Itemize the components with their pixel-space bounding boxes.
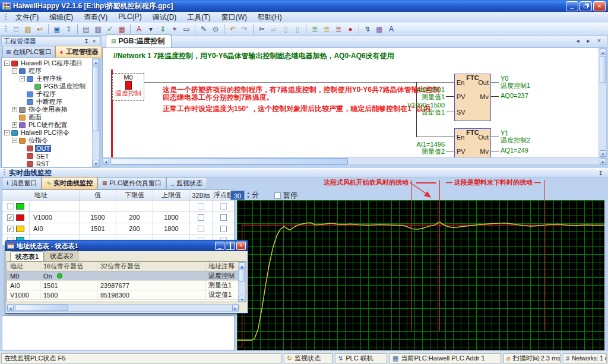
minimize-button[interactable]: _ bbox=[566, 1, 578, 11]
tree-item-out[interactable]: OUT bbox=[2, 144, 100, 152]
tab-close-icon[interactable]: × bbox=[595, 37, 603, 44]
curve-table-row[interactable]: ✓AI015012001800 bbox=[2, 223, 234, 235]
tab-prev-icon[interactable]: ◂ bbox=[574, 37, 582, 44]
font-icon[interactable]: A bbox=[386, 24, 397, 34]
editor-canvas[interactable]: //Network 1 7路温度控制，用Y0-Y6晶体管输出控制固态继电器加热，… bbox=[102, 48, 598, 157]
redo-icon[interactable]: ↷ bbox=[239, 24, 250, 34]
tab-online-plc-window[interactable]: ▦ 在线PLC窗口 bbox=[2, 46, 55, 58]
tab-status-table-1[interactable]: 状态表1 bbox=[10, 251, 44, 262]
interval-stepper[interactable]: ▲▼ bbox=[246, 191, 250, 200]
paste-icon[interactable]: ▯ bbox=[280, 24, 291, 34]
insert-network-icon[interactable]: ≣ bbox=[309, 24, 320, 34]
status-max-button[interactable] bbox=[226, 242, 235, 250]
hardware-config-icon[interactable]: ▩ bbox=[374, 24, 385, 34]
plc-tools-icon[interactable]: ✦ bbox=[169, 24, 180, 34]
menu-item-7[interactable]: 帮助(H) bbox=[252, 12, 287, 23]
tree-item-rst[interactable]: RST bbox=[2, 160, 100, 167]
tab-monitor-status[interactable]: _ 监视状态 bbox=[166, 177, 207, 189]
curve-row-float-checkbox[interactable] bbox=[220, 214, 227, 221]
curve-row-checkbox[interactable]: ✓ bbox=[7, 226, 14, 232]
monitor-window-icon[interactable]: ▭ bbox=[181, 24, 192, 34]
menu-item-3[interactable]: PLC(P) bbox=[113, 12, 147, 23]
menu-item-5[interactable]: 工具(T) bbox=[182, 12, 216, 23]
download-plc-icon[interactable]: ⇓ bbox=[157, 24, 168, 34]
close-button[interactable]: × bbox=[593, 1, 606, 11]
page-check-icon[interactable]: ✓ bbox=[104, 24, 115, 34]
curve-row-float-checkbox[interactable] bbox=[220, 226, 227, 232]
tree-expander-icon[interactable]: + bbox=[12, 122, 17, 128]
tab-realtime-curve[interactable]: ∿ 实时曲线监控 bbox=[42, 177, 97, 189]
brand-haiwell-icon[interactable]: A bbox=[134, 24, 144, 34]
status-table-row[interactable]: M0On温度控制 bbox=[7, 271, 246, 281]
status-table-hscrollbar[interactable]: ◂ ▸ bbox=[7, 304, 239, 312]
menu-item-4[interactable]: 调试(D) bbox=[147, 12, 182, 23]
print-icon[interactable]: ▥ bbox=[93, 24, 103, 34]
menu-item-0[interactable]: 文件(F) bbox=[10, 12, 44, 23]
status-close-button[interactable]: × bbox=[236, 242, 246, 250]
stop-icon[interactable]: ● bbox=[345, 24, 356, 34]
tree-item-haiwell-plc-[interactable]: −Haiwell PLC程序项目 bbox=[2, 59, 100, 67]
tree-item-haiwell-plc-[interactable]: −Haiwell PLC指令 bbox=[2, 129, 100, 137]
contact-m0[interactable]: M0 温度控制 bbox=[112, 73, 144, 101]
tree-expander-icon[interactable]: − bbox=[12, 138, 17, 143]
delete-network-icon[interactable]: ≣ bbox=[333, 24, 344, 34]
status-table-vscrollbar[interactable]: ▴ ▾ bbox=[238, 262, 246, 302]
page-setup-icon[interactable]: ▤ bbox=[81, 24, 91, 34]
curve-row-32bits-checkbox[interactable] bbox=[198, 226, 204, 232]
tree-item--[interactable]: −位指令 bbox=[2, 137, 100, 144]
save-icon[interactable]: ▣ bbox=[52, 24, 62, 34]
interval-input[interactable]: 30 bbox=[230, 191, 245, 200]
tab-status-table-2[interactable]: 状态表2 bbox=[45, 251, 78, 261]
new-file-icon[interactable]: □ bbox=[11, 24, 21, 34]
curve-row-checkbox[interactable]: ✓ bbox=[7, 214, 14, 221]
status-table-row[interactable]: AI0150123987677测量值1 bbox=[7, 281, 246, 290]
tab-plc-simulation[interactable]: ▦ PLC硬件仿真窗口 bbox=[97, 177, 166, 189]
append-network-icon[interactable]: ≣ bbox=[321, 24, 332, 34]
pause-checkbox[interactable] bbox=[274, 192, 281, 199]
paste-all-icon[interactable]: ▯ bbox=[292, 24, 303, 34]
menu-item-1[interactable]: 编辑(E) bbox=[44, 12, 78, 23]
tree-item-set[interactable]: SET bbox=[2, 152, 100, 160]
editor-vscrollbar[interactable]: ▴ ▾ bbox=[598, 48, 607, 157]
status-table-row[interactable]: V1000150085198300设定值1 bbox=[7, 290, 246, 300]
copy-icon[interactable]: ▱ bbox=[268, 24, 279, 34]
cut-icon[interactable]: ✂ bbox=[256, 24, 267, 34]
tree-scrollbar[interactable]: ▴ ▾ bbox=[92, 58, 100, 167]
tree-expander-icon[interactable]: − bbox=[12, 68, 17, 74]
panel-close-icon[interactable]: × bbox=[90, 38, 98, 45]
menu-item-6[interactable]: 窗口(W) bbox=[216, 12, 252, 23]
editor-hscrollbar[interactable]: ◂ ▸ bbox=[102, 157, 607, 165]
tree-expander-icon[interactable]: + bbox=[12, 107, 17, 112]
curve-row-32bits-checkbox[interactable] bbox=[198, 214, 204, 221]
panel-pin-icon[interactable]: ↧ bbox=[83, 38, 90, 45]
restore-button[interactable] bbox=[580, 1, 592, 11]
undo-icon[interactable]: ↶ bbox=[227, 24, 238, 34]
editor-tab-pgb[interactable]: ▤ PGB:温度控制 bbox=[106, 34, 172, 48]
tab-message-window[interactable]: ℹ 消息窗口 bbox=[2, 177, 42, 189]
brand-dropdown-icon[interactable]: ▾ bbox=[145, 24, 156, 34]
tab-project-manager[interactable]: ▲ 工程管理器 bbox=[55, 46, 102, 58]
curve-panel-pin-icon[interactable]: ↧ bbox=[598, 170, 603, 176]
curve-row-float-checkbox[interactable] bbox=[220, 203, 227, 210]
report-icon[interactable]: ▦ bbox=[116, 24, 127, 34]
tree-expander-icon[interactable]: − bbox=[4, 130, 10, 135]
status-window-titlebar[interactable]: 地址状态表 - 状态表1 _ × bbox=[5, 240, 248, 251]
find-icon[interactable]: ⊙ bbox=[210, 24, 221, 34]
tree-expander-icon[interactable]: − bbox=[4, 61, 10, 66]
address-status-window[interactable]: 地址状态表 - 状态表1 _ × 状态表1 状态表2 地址 16位寄存器值 32… bbox=[5, 240, 248, 314]
simulate-icon[interactable]: ↯ bbox=[362, 24, 373, 34]
ftc-block-1[interactable]: FTC En PV SV Out Mv bbox=[454, 74, 491, 121]
tab-next-icon[interactable]: ▸ bbox=[584, 37, 593, 44]
curve-table-row[interactable] bbox=[2, 201, 234, 212]
ftc-block-2[interactable]: FTC En PV SV Out Mv bbox=[454, 128, 491, 157]
trend-chart[interactable] bbox=[237, 200, 604, 350]
curve-row-32bits-checkbox[interactable] bbox=[198, 203, 204, 210]
edit-mode-icon[interactable]: ✎ bbox=[198, 24, 209, 34]
menu-item-2[interactable]: 查看(V) bbox=[78, 12, 113, 23]
tree-expander-icon[interactable]: − bbox=[20, 76, 25, 81]
curve-table-row[interactable]: ✓V100015002001800 bbox=[2, 212, 234, 223]
open-file-icon[interactable]: ▧ bbox=[23, 24, 33, 34]
revert-icon[interactable]: ↩ bbox=[34, 24, 45, 34]
save-all-icon[interactable]: ⇪ bbox=[64, 24, 74, 34]
tree-item--[interactable]: +指令使用表格 bbox=[2, 106, 100, 113]
